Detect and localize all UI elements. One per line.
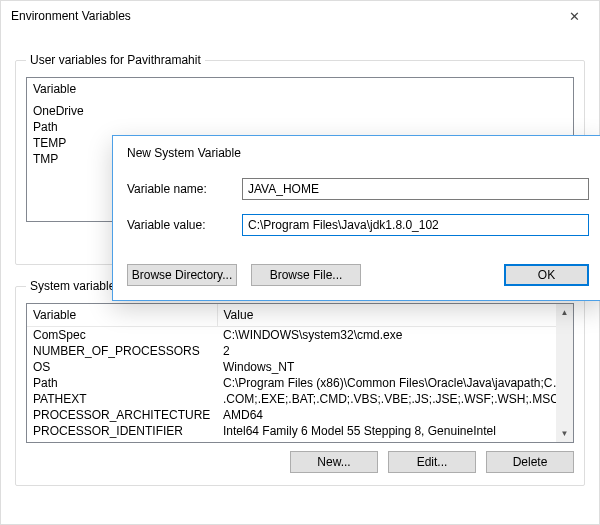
titlebar: Environment Variables ✕ <box>1 1 599 31</box>
sys-delete-button[interactable]: Delete <box>486 451 574 473</box>
variable-value-input[interactable] <box>242 214 589 236</box>
table-row[interactable]: PathC:\Program Files (x86)\Common Files\… <box>27 375 573 391</box>
user-variables-legend: User variables for Pavithramahit <box>26 53 205 67</box>
sys-col-variable[interactable]: Variable <box>27 304 217 327</box>
list-item[interactable]: Path <box>27 119 573 135</box>
environment-variables-window: Environment Variables ✕ User variables f… <box>0 0 600 525</box>
list-item[interactable]: OneDrive <box>27 103 573 119</box>
table-row[interactable]: PROCESSOR_IDENTIFIERIntel64 Family 6 Mod… <box>27 423 573 439</box>
system-variables-table-wrap: Variable Value ComSpecC:\WINDOWS\system3… <box>26 303 574 443</box>
sys-col-value[interactable]: Value <box>217 304 573 327</box>
variable-value-label: Variable value: <box>127 218 242 232</box>
table-row[interactable]: PROCESSOR_ARCHITECTUREAMD64 <box>27 407 573 423</box>
content-area: User variables for Pavithramahit Variabl… <box>1 31 599 486</box>
new-system-variable-dialog: New System Variable Variable name: Varia… <box>112 135 600 301</box>
table-row[interactable]: PATHEXT.COM;.EXE;.BAT;.CMD;.VBS;.VBE;.JS… <box>27 391 573 407</box>
variable-name-label: Variable name: <box>127 182 242 196</box>
table-row[interactable]: OSWindows_NT <box>27 359 573 375</box>
scroll-down-icon[interactable]: ▼ <box>556 425 573 442</box>
dialog-title: New System Variable <box>113 136 600 174</box>
system-variables-legend: System variables <box>26 279 125 293</box>
system-variables-table[interactable]: Variable Value ComSpecC:\WINDOWS\system3… <box>27 304 573 439</box>
user-col-variable[interactable]: Variable <box>27 78 573 101</box>
close-icon[interactable]: ✕ <box>559 9 589 24</box>
scroll-up-icon[interactable]: ▲ <box>556 304 573 321</box>
table-row[interactable]: ComSpecC:\WINDOWS\system32\cmd.exe <box>27 327 573 344</box>
browse-directory-button[interactable]: Browse Directory... <box>127 264 237 286</box>
user-variables-group: User variables for Pavithramahit Variabl… <box>15 53 585 265</box>
variable-name-input[interactable] <box>242 178 589 200</box>
window-title: Environment Variables <box>11 9 131 23</box>
browse-file-button[interactable]: Browse File... <box>251 264 361 286</box>
system-variables-group: System variables Variable Value ComSpecC… <box>15 279 585 486</box>
ok-button[interactable]: OK <box>504 264 589 286</box>
sys-edit-button[interactable]: Edit... <box>388 451 476 473</box>
table-row[interactable]: NUMBER_OF_PROCESSORS2 <box>27 343 573 359</box>
scrollbar[interactable]: ▲ ▼ <box>556 304 573 442</box>
sys-new-button[interactable]: New... <box>290 451 378 473</box>
